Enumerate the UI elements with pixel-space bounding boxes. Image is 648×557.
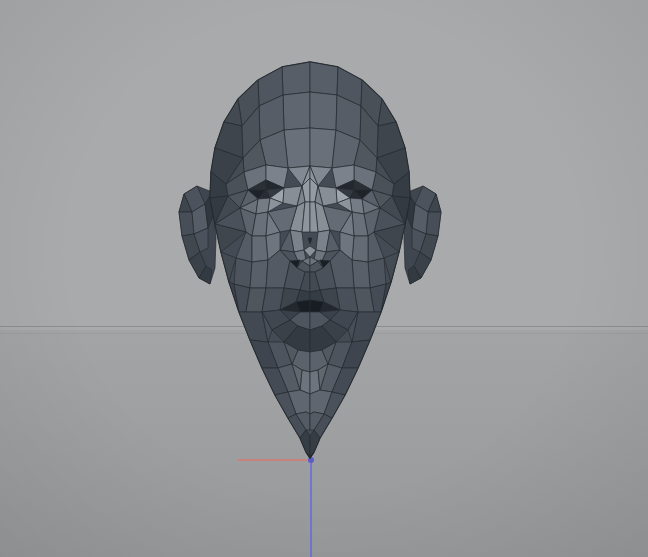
- viewport-3d[interactable]: [0, 0, 648, 557]
- head-mesh[interactable]: [0, 0, 648, 557]
